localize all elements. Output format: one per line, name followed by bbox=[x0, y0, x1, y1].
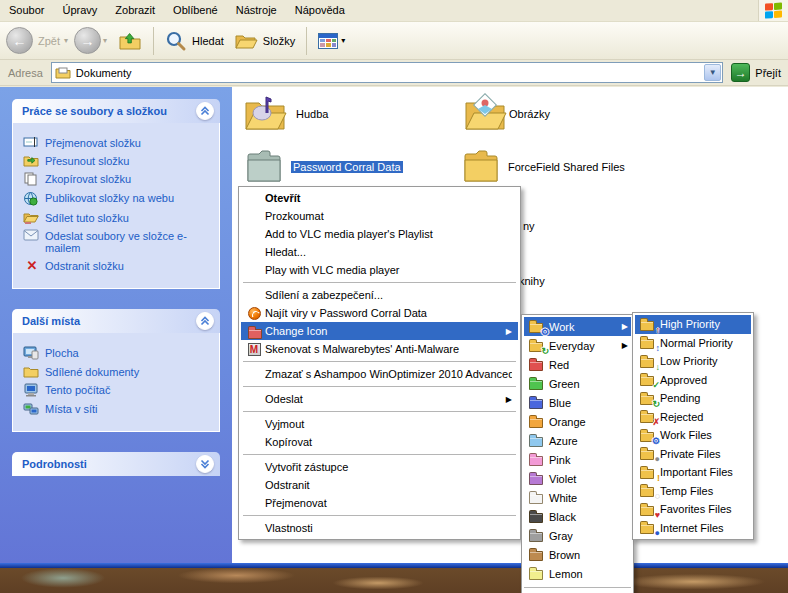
back-button[interactable]: ← bbox=[6, 27, 33, 54]
menu-oblibene[interactable]: Oblíbené bbox=[164, 0, 227, 21]
submenu-work-item[interactable]: ↓ Low Priority ▶ bbox=[635, 352, 751, 371]
submenu-color-item[interactable]: Restore Default ▶ bbox=[524, 587, 631, 593]
folders-button[interactable]: Složky bbox=[229, 27, 300, 55]
task-share-folder[interactable]: Sdílet tuto složku bbox=[23, 211, 215, 224]
folder-icon bbox=[640, 524, 654, 534]
menu-napoveda[interactable]: Nápověda bbox=[286, 0, 354, 21]
submenu-color-item[interactable]: ↻ Everyday ▶ bbox=[524, 336, 631, 355]
context-item-change-icon[interactable]: Change Icon ▶ bbox=[241, 322, 518, 340]
menu-separator bbox=[243, 411, 516, 412]
submenu-color-item[interactable]: Lemon ▶ bbox=[524, 564, 631, 583]
submenu-color-item[interactable]: Blue ▶ bbox=[524, 393, 631, 412]
context-item-rename[interactable]: Přejmenovat bbox=[241, 494, 518, 512]
submenu-color-item[interactable]: Red ▶ bbox=[524, 355, 631, 374]
submenu-arrow-icon: ▶ bbox=[506, 395, 512, 404]
task-email-files[interactable]: Odeslat soubory ve složce e-mailem bbox=[23, 229, 215, 254]
views-button[interactable]: ▾ bbox=[313, 30, 350, 52]
submenu-work-item[interactable]: ● Private Files ▶ bbox=[635, 445, 751, 464]
file-label-forcefield[interactable]: ForceField Shared Files bbox=[508, 161, 625, 173]
submenu-color-item[interactable]: White ▶ bbox=[524, 488, 631, 507]
collapse-chevron-icon[interactable] bbox=[196, 102, 214, 120]
address-dropdown-button[interactable]: ▼ bbox=[704, 64, 721, 81]
submenu-work-item[interactable]: ✗ Rejected ▶ bbox=[635, 408, 751, 427]
context-item-winoptimizer-delete[interactable]: Zmazať s Ashampoo WinOptimizer 2010 Adva… bbox=[241, 365, 518, 383]
go-button[interactable]: → Přejít bbox=[729, 62, 785, 83]
context-item-open[interactable]: Otevřít bbox=[241, 189, 518, 207]
back-dropdown-icon[interactable]: ▾ bbox=[64, 36, 68, 45]
context-item-explore[interactable]: Prozkoumat bbox=[241, 207, 518, 225]
search-button[interactable]: Hledat bbox=[160, 27, 229, 55]
context-item-properties[interactable]: Vlastnosti bbox=[241, 519, 518, 537]
folder-badge-icon: ● bbox=[655, 529, 660, 538]
submenu-color-item[interactable]: Brown ▶ bbox=[524, 545, 631, 564]
pictures-folder-icon[interactable] bbox=[462, 93, 508, 135]
submenu-color-item[interactable]: Azure ▶ bbox=[524, 431, 631, 450]
context-item-delete[interactable]: Odstranit bbox=[241, 476, 518, 494]
submenu-work-item[interactable]: ◌ Temp Files ▶ bbox=[635, 482, 751, 501]
music-folder-icon[interactable] bbox=[242, 93, 288, 135]
place-shared-documents[interactable]: Sdílené dokumenty bbox=[23, 365, 215, 378]
submenu-color-item[interactable]: Orange ▶ bbox=[524, 412, 631, 431]
context-item-send-to[interactable]: Odeslat ▶ bbox=[241, 390, 518, 408]
file-label-password-corral[interactable]: Password Corral Data bbox=[291, 161, 403, 173]
menu-nastroje[interactable]: Nástroje bbox=[227, 0, 286, 21]
context-item-search[interactable]: Hledat... bbox=[241, 243, 518, 261]
menu-upravy[interactable]: Úpravy bbox=[53, 0, 106, 21]
file-label-fragment-row4[interactable]: knihy bbox=[519, 275, 545, 287]
submenu-color-item[interactable]: Violet ▶ bbox=[524, 469, 631, 488]
context-item-vlc-playlist[interactable]: Add to VLC media player's Playlist bbox=[241, 225, 518, 243]
publish-web-icon bbox=[23, 191, 41, 206]
task-publish-web[interactable]: Publikovat složky na webu bbox=[23, 191, 215, 206]
file-label-hudba[interactable]: Hudba bbox=[296, 108, 328, 120]
submenu-color-item[interactable]: Gray ▶ bbox=[524, 526, 631, 545]
forward-dropdown-icon[interactable]: ▾ bbox=[103, 36, 107, 45]
context-item-scan-malwarebytes[interactable]: M Skenovat s Malwarebytes' Anti-Malware bbox=[241, 340, 518, 358]
folder-icon bbox=[529, 380, 543, 390]
place-desktop[interactable]: Plocha bbox=[23, 346, 215, 360]
task-rename-folder[interactable]: Přejmenovat složku bbox=[23, 136, 215, 149]
submenu-color-item[interactable]: Black ▶ bbox=[524, 507, 631, 526]
menu-zobrazit[interactable]: Zobrazit bbox=[106, 0, 164, 21]
forward-button[interactable]: → bbox=[74, 27, 101, 54]
submenu-work-item[interactable]: ♥ Favorites Files ▶ bbox=[635, 500, 751, 519]
place-network[interactable]: Místa v síti bbox=[23, 402, 215, 416]
submenu-work-item[interactable]: ✓ Approved ▶ bbox=[635, 371, 751, 390]
folder-icon bbox=[640, 506, 654, 516]
menu-soubor[interactable]: Soubor bbox=[0, 0, 53, 21]
context-item-scan-avast[interactable]: Najít viry v Password Corral Data bbox=[241, 304, 518, 322]
task-copy-folder[interactable]: Zkopírovat složku bbox=[23, 172, 215, 186]
submenu-work-item[interactable]: ⚙ Work Files ▶ bbox=[635, 426, 751, 445]
place-my-computer[interactable]: Tento počítač bbox=[23, 383, 215, 397]
submenu-color-item[interactable]: Pink ▶ bbox=[524, 450, 631, 469]
password-corral-folder-icon[interactable] bbox=[245, 148, 283, 184]
menu-separator bbox=[243, 282, 516, 283]
submenu-color-item[interactable]: ⚙ Work ▶ bbox=[524, 317, 631, 336]
submenu-work-item[interactable]: ↻ Pending ▶ bbox=[635, 389, 751, 408]
panel-other-places-header[interactable]: Další místa bbox=[12, 309, 220, 333]
panel-file-tasks-header[interactable]: Práce se soubory a složkou bbox=[12, 99, 220, 123]
context-item-sharing-security[interactable]: Sdílení a zabezpečení... bbox=[241, 286, 518, 304]
context-item-vlc-play[interactable]: Play with VLC media player bbox=[241, 261, 518, 279]
task-delete-folder[interactable]: ✕ Odstranit složku bbox=[23, 259, 215, 273]
collapse-chevron-icon[interactable] bbox=[196, 312, 214, 330]
up-button[interactable] bbox=[113, 27, 147, 55]
task-move-folder[interactable]: Přesunout složku bbox=[23, 154, 215, 167]
file-label-fragment-row3[interactable]: ny bbox=[523, 220, 535, 232]
menu-separator bbox=[243, 454, 516, 455]
submenu-work-item[interactable]: ↕ Normal Priority ▶ bbox=[635, 334, 751, 353]
search-button-label: Hledat bbox=[192, 35, 224, 47]
shared-folder-icon bbox=[23, 365, 41, 378]
submenu-work-item[interactable]: ! Important Files ▶ bbox=[635, 463, 751, 482]
address-input[interactable]: Dokumenty ▼ bbox=[51, 62, 723, 83]
submenu-work-item[interactable]: ↑ High Priority ▶ bbox=[635, 315, 751, 334]
expand-chevron-icon[interactable] bbox=[196, 455, 214, 473]
folder-icon bbox=[529, 456, 543, 466]
submenu-color-item[interactable]: Green ▶ bbox=[524, 374, 631, 393]
context-item-copy[interactable]: Kopírovat bbox=[241, 433, 518, 451]
context-item-cut[interactable]: Vyjmout bbox=[241, 415, 518, 433]
panel-details-header[interactable]: Podrobnosti bbox=[12, 452, 220, 476]
forcefield-folder-icon[interactable] bbox=[462, 148, 500, 184]
file-label-obrazky[interactable]: Obrázky bbox=[509, 108, 550, 120]
submenu-work-item[interactable]: ● Internet Files ▶ bbox=[635, 519, 751, 538]
context-item-create-shortcut[interactable]: Vytvořit zástupce bbox=[241, 458, 518, 476]
